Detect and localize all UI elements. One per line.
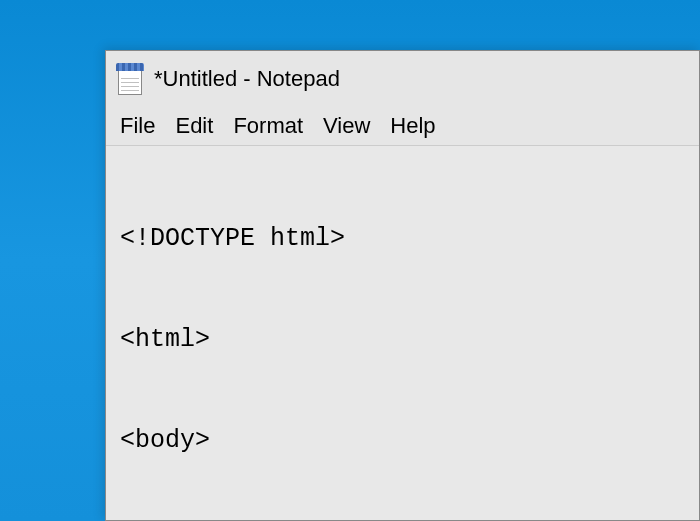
- menubar: File Edit Format View Help: [106, 106, 699, 146]
- window-title: *Untitled - Notepad: [154, 66, 340, 92]
- menu-view[interactable]: View: [323, 113, 370, 139]
- notepad-icon: [116, 63, 144, 95]
- text-editor-area[interactable]: <!DOCTYPE html> <html> <body> <b> <i> wi…: [106, 146, 699, 520]
- menu-file[interactable]: File: [120, 113, 155, 139]
- code-line: <html>: [120, 323, 685, 357]
- menu-format[interactable]: Format: [233, 113, 303, 139]
- notepad-window: *Untitled - Notepad File Edit Format Vie…: [105, 50, 700, 521]
- code-line: <body>: [120, 424, 685, 458]
- menu-help[interactable]: Help: [390, 113, 435, 139]
- menu-edit[interactable]: Edit: [175, 113, 213, 139]
- titlebar[interactable]: *Untitled - Notepad: [106, 51, 699, 106]
- code-line: <!DOCTYPE html>: [120, 222, 685, 256]
